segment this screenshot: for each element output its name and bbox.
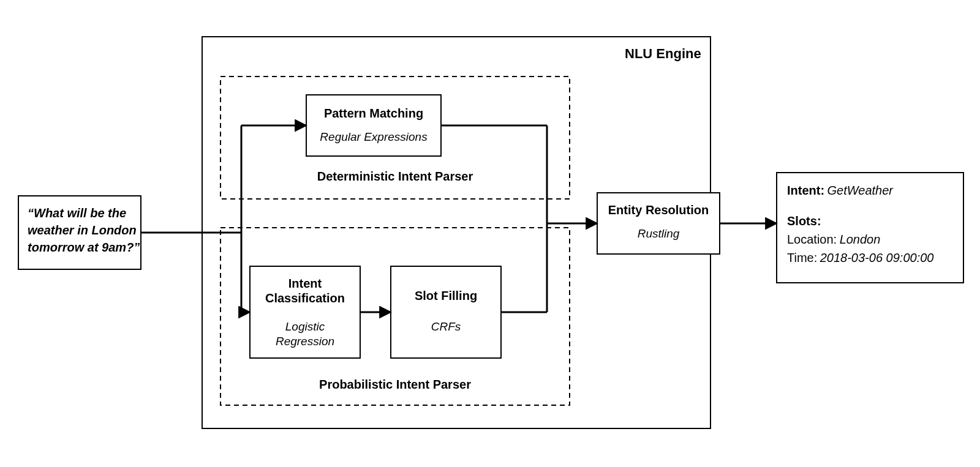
deterministic-caption: Deterministic Intent Parser xyxy=(317,170,473,183)
output-box: Intent: GetWeather Slots: Location: Lond… xyxy=(777,173,963,283)
entity-resolution-title: Entity Resolution xyxy=(608,203,709,217)
intent-classification-title-l1: Intent xyxy=(288,277,322,290)
intent-classification-sub-l1: Logistic xyxy=(285,320,325,333)
intent-classification-title-l2: Classification xyxy=(265,291,345,305)
output-slots-label: Slots: xyxy=(787,214,821,228)
input-text-line1: “What will be the xyxy=(28,206,126,220)
slot-filling-box: Slot Filling CRFs xyxy=(391,266,501,358)
input-text-line3: tomorrow at 9am?” xyxy=(28,241,140,254)
pattern-matching-box: Pattern Matching Regular Expressions xyxy=(306,95,441,156)
svg-rect-3 xyxy=(306,95,441,156)
svg-rect-6 xyxy=(391,266,501,358)
output-time-line: Time: 2018-03-06 09:00:00 xyxy=(787,251,933,264)
intent-classification-sub-l2: Regression xyxy=(276,335,334,348)
output-location-line: Location: London xyxy=(787,233,880,246)
pattern-matching-sub: Regular Expressions xyxy=(320,130,428,143)
pattern-matching-title: Pattern Matching xyxy=(324,106,423,120)
intent-classification-box: Intent Classification Logistic Regressio… xyxy=(250,266,360,358)
entity-resolution-box: Entity Resolution Rustling xyxy=(597,193,720,254)
input-box: “What will be the weather in London tomo… xyxy=(18,196,141,269)
probabilistic-caption: Probabilistic Intent Parser xyxy=(319,378,471,391)
nlu-engine-title: NLU Engine xyxy=(625,46,701,61)
entity-resolution-sub: Rustling xyxy=(638,227,680,240)
svg-rect-7 xyxy=(597,193,720,254)
output-intent-line: Intent: GetWeather xyxy=(787,184,894,197)
input-text-line2: weather in London xyxy=(28,223,137,237)
slot-filling-sub: CRFs xyxy=(431,320,461,333)
nlu-diagram: “What will be the weather in London tomo… xyxy=(0,0,980,467)
slot-filling-title: Slot Filling xyxy=(415,289,477,302)
